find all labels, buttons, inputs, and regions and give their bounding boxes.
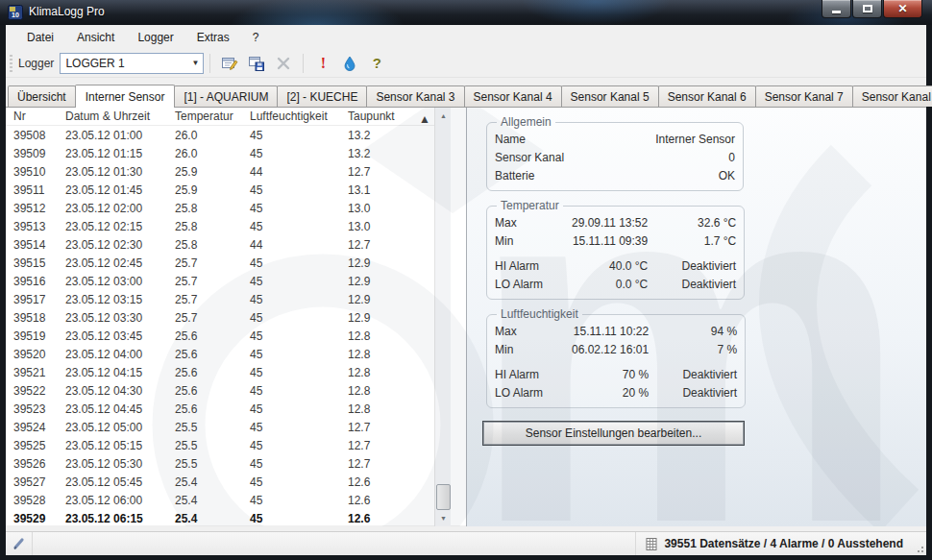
window-frame (0, 555, 932, 560)
group-allgemein: Allgemein Name Interner Sensor Sensor Ka… (486, 115, 744, 191)
col-header-temperature[interactable]: Temperatur (163, 110, 242, 123)
records-status-text: 39551 Datensätze / 4 Alarme / 0 Ausstehe… (664, 537, 903, 550)
status-pen-cell (6, 532, 33, 556)
table-row[interactable]: 39529 23.05.12 06:15 25.4 45 12.6 (6, 509, 434, 526)
chevron-down-icon: ▼ (187, 59, 203, 67)
toolbar: Logger LOGGER 1 ▼ (6, 49, 926, 78)
status-records-cell: 39551 Datensätze / 4 Alarme / 0 Ausstehe… (636, 532, 913, 556)
properties-button[interactable] (217, 52, 242, 75)
minmax-row: Max 29.09.11 13:52 32.6 °C (495, 213, 736, 231)
tab[interactable]: Übersicht (8, 85, 76, 107)
table-row[interactable]: 39520 23.05.12 04:00 25.6 45 12.8 (6, 345, 434, 363)
table-row[interactable]: 39524 23.05.12 05:00 25.5 45 12.7 (6, 418, 434, 436)
tab[interactable]: Sensor Kanal 3 (366, 85, 464, 107)
status-bar: 39551 Datensätze / 4 Alarme / 0 Ausstehe… (6, 531, 926, 555)
tab[interactable]: Sensor Kanal 7 (755, 85, 853, 107)
window-title: KlimaLogg Pro (29, 5, 105, 18)
minimize-button[interactable] (822, 0, 851, 18)
table-row[interactable]: 39515 23.05.12 02:45 25.7 45 12.9 (6, 254, 434, 272)
menu-item[interactable]: ? (241, 27, 271, 48)
pen-icon (12, 537, 26, 550)
group-luftfeuchtigkeit: Luftfeuchtigkeit Max 15.11.11 10:22 94 %… (486, 307, 746, 408)
tab[interactable]: Sensor Kanal 4 (464, 85, 562, 107)
group-temperatur-title: Temperatur (497, 199, 563, 212)
table-row[interactable]: 39525 23.05.12 05:15 25.5 45 12.7 (6, 436, 434, 454)
sensor-data-table: Nr Datum & Uhrzeit Temperatur Luftfeucht… (6, 108, 434, 526)
titlebar[interactable]: 10 KlimaLogg Pro ✕ (0, 0, 932, 25)
edit-sensor-settings-button[interactable]: Sensor Einstellungen bearbeiten... (482, 421, 745, 446)
svg-text:10: 10 (12, 12, 19, 18)
toolbar-grip[interactable] (10, 55, 12, 72)
table-row[interactable]: 39511 23.05.12 01:45 25.9 45 13.1 (6, 181, 434, 199)
sort-arrow-icon[interactable]: ▲ (419, 112, 430, 126)
table-row[interactable]: 39521 23.05.12 04:15 25.6 45 12.8 (6, 363, 434, 381)
alarm-row: HI Alarm 70 % Deaktiviert (495, 365, 737, 383)
vertical-scrollbar[interactable]: ▲ ▼ (434, 108, 451, 526)
tab-bar: ÜbersichtInterner Sensor[1] - AQUARIUM[2… (6, 80, 926, 107)
table-body: 39508 23.05.12 01:00 26.0 45 13.2 39509 … (6, 126, 434, 526)
table-row[interactable]: 39518 23.05.12 03:30 25.7 45 12.9 (6, 308, 434, 327)
minmax-row: Min 06.02.12 16:01 7 % (495, 340, 737, 358)
table-row[interactable]: 39517 23.05.12 03:15 25.7 45 12.9 (6, 290, 434, 308)
logger-label: Logger (18, 57, 54, 70)
alarm-row: LO Alarm 0.0 °C Deaktiviert (495, 275, 736, 293)
export-button[interactable] (244, 52, 269, 75)
menu-item[interactable]: Logger (126, 27, 184, 48)
table-row[interactable]: 39523 23.05.12 04:45 25.6 45 12.8 (6, 400, 434, 418)
table-row[interactable]: 39516 23.05.12 03:00 25.7 45 12.9 (6, 272, 434, 290)
logger-select[interactable]: LOGGER 1 ▼ (60, 53, 204, 74)
table-header: Nr Datum & Uhrzeit Temperatur Luftfeucht… (6, 108, 434, 126)
info-row: Batterie OK (495, 166, 735, 184)
table-row[interactable]: 39519 23.05.12 03:45 25.6 45 12.8 (6, 327, 434, 345)
table-row[interactable]: 39522 23.05.12 04:30 25.6 45 12.8 (6, 381, 434, 400)
maximize-button[interactable] (852, 0, 882, 18)
table-row[interactable]: 39509 23.05.12 01:15 26.0 45 13.2 (6, 144, 434, 162)
tab[interactable]: Sensor Kanal 8 (852, 85, 932, 107)
sensor-details-panel: Allgemein Name Interner Sensor Sensor Ka… (466, 108, 926, 526)
table-row[interactable]: 39508 23.05.12 01:00 26.0 45 13.2 (6, 126, 434, 144)
help-icon: ? (373, 55, 381, 71)
records-grid-icon (646, 538, 658, 550)
table-row[interactable]: 39512 23.05.12 02:00 25.8 45 13.0 (6, 199, 434, 217)
resize-grip[interactable] (913, 532, 926, 556)
alarm-button[interactable]: ! (310, 52, 335, 75)
table-row[interactable]: 39528 23.05.12 06:00 25.4 45 12.6 (6, 491, 434, 509)
group-temperatur: Temperatur Max 29.09.11 13:52 32.6 °C Mi… (486, 199, 745, 300)
scroll-up-icon[interactable]: ▲ (435, 108, 452, 124)
menu-item[interactable]: Ansicht (65, 27, 126, 48)
content-pane: Nr Datum & Uhrzeit Temperatur Luftfeucht… (6, 107, 926, 525)
table-row[interactable]: 39514 23.05.12 02:30 25.8 44 12.7 (6, 235, 434, 254)
close-button[interactable]: ✕ (883, 0, 922, 18)
delete-icon (276, 56, 291, 71)
tab[interactable]: Sensor Kanal 6 (658, 85, 756, 107)
client-area: DateiAnsichtLoggerExtras? Logger LOGGER … (6, 25, 926, 555)
humidity-button[interactable] (337, 52, 362, 75)
group-luftfeuchtigkeit-title: Luftfeuchtigkeit (497, 307, 582, 321)
tab[interactable]: [1] - AQUARIUM (174, 85, 278, 107)
menu-item[interactable]: Datei (15, 27, 65, 48)
app-window: 10 KlimaLogg Pro ✕ DateiAnsichtLoggerExt… (0, 0, 932, 560)
alarm-icon: ! (321, 55, 326, 72)
col-header-dewpoint[interactable]: Taupunkt (340, 110, 427, 123)
alarm-row: HI Alarm 40.0 °C Deaktiviert (495, 256, 736, 275)
delete-button[interactable] (271, 52, 296, 75)
minmax-row: Min 15.11.11 09:39 1.7 °C (495, 231, 736, 250)
tab[interactable]: Sensor Kanal 5 (561, 85, 659, 107)
save-icon (248, 55, 265, 72)
help-button[interactable]: ? (364, 52, 389, 75)
table-row[interactable]: 39513 23.05.12 02:15 25.8 45 13.0 (6, 217, 434, 235)
col-header-datetime[interactable]: Datum & Uhrzeit (60, 110, 163, 123)
group-allgemein-title: Allgemein (497, 115, 555, 129)
col-header-nr[interactable]: Nr (6, 110, 60, 123)
properties-icon (221, 55, 238, 72)
minmax-row: Max 15.11.11 10:22 94 % (495, 322, 737, 340)
scroll-down-icon[interactable]: ▼ (435, 510, 452, 526)
scrollbar-thumb[interactable] (436, 484, 451, 510)
table-row[interactable]: 39526 23.05.12 05:30 25.5 45 12.7 (6, 454, 434, 473)
table-row[interactable]: 39527 23.05.12 05:45 25.4 45 12.6 (6, 473, 434, 491)
menu-item[interactable]: Extras (185, 27, 241, 48)
tab[interactable]: [2] - KUECHE (277, 85, 367, 107)
table-row[interactable]: 39510 23.05.12 01:30 25.9 44 12.7 (6, 162, 434, 181)
col-header-humidity[interactable]: Luftfeuchtigkeit (242, 110, 340, 123)
tab[interactable]: Interner Sensor (75, 85, 176, 108)
